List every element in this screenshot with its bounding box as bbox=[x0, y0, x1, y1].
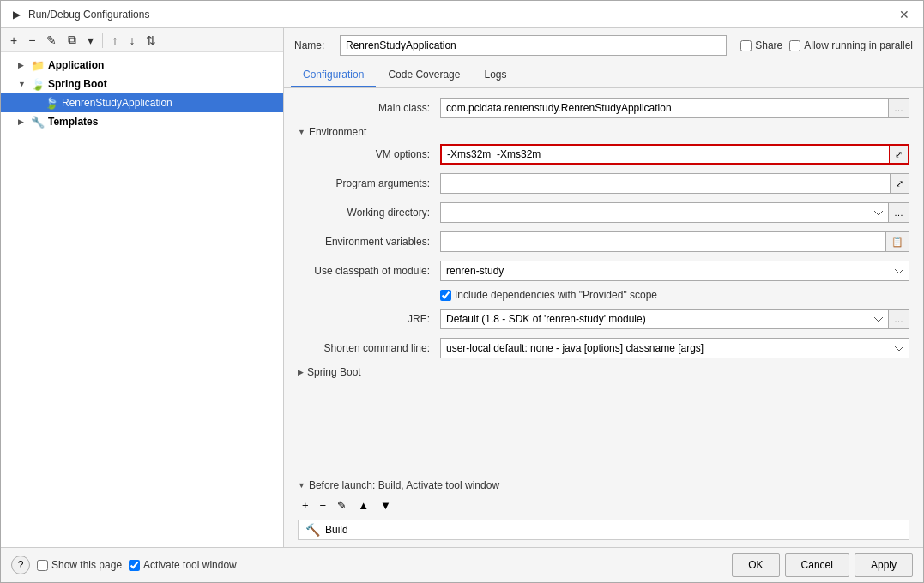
footer: ? Show this page Activate tool window OK… bbox=[1, 547, 923, 582]
main-class-label: Main class: bbox=[298, 102, 435, 114]
main-class-row: Main class: … bbox=[298, 97, 909, 119]
vm-options-expand-btn[interactable]: ⤢ bbox=[889, 144, 909, 165]
env-vars-input[interactable] bbox=[440, 231, 885, 252]
name-input[interactable] bbox=[340, 35, 727, 56]
classpath-group: renren-study bbox=[440, 261, 909, 281]
arrow-application: ▶ bbox=[18, 61, 28, 69]
close-button[interactable]: ✕ bbox=[894, 6, 915, 23]
include-dep-checkbox[interactable] bbox=[440, 290, 451, 301]
left-toolbar: + − ✎ ⧉ ▾ ↑ ↓ ⇅ bbox=[1, 28, 283, 52]
env-vars-group: 📋 bbox=[440, 231, 909, 252]
springboot-icon: 🍃 bbox=[31, 77, 45, 91]
footer-left: ? Show this page Activate tool window bbox=[11, 556, 237, 574]
ok-button[interactable]: OK bbox=[732, 553, 779, 577]
tree-item-renrenapp[interactable]: 🍃 RenrenStudyApplication bbox=[1, 93, 283, 112]
launch-movedown-btn[interactable]: ▼ bbox=[376, 496, 396, 514]
activate-tool-text: Activate tool window bbox=[143, 559, 237, 571]
activate-tool-label[interactable]: Activate tool window bbox=[129, 559, 237, 571]
main-content: + − ✎ ⧉ ▾ ↑ ↓ ⇅ ▶ 📁 Application bbox=[1, 28, 923, 547]
templates-label: Templates bbox=[48, 116, 98, 128]
tree-item-templates[interactable]: ▶ 🔧 Templates bbox=[1, 112, 283, 131]
springboot-label: Spring Boot bbox=[48, 78, 107, 90]
help-button[interactable]: ? bbox=[11, 556, 30, 574]
title-bar: ▶ Run/Debug Configurations ✕ bbox=[1, 1, 923, 28]
tree-item-springboot[interactable]: ▼ 🍃 Spring Boot bbox=[1, 75, 283, 93]
classpath-row: Use classpath of module: renren-study bbox=[298, 260, 909, 282]
allow-parallel-text: Allow running in parallel bbox=[804, 39, 913, 51]
springboot-arrow: ▶ bbox=[298, 368, 304, 376]
working-dir-select[interactable] bbox=[440, 202, 888, 223]
edit-config-button[interactable]: ✎ bbox=[42, 31, 61, 50]
before-launch-header: ▼ Before launch: Build, Activate tool wi… bbox=[298, 479, 909, 491]
show-page-label[interactable]: Show this page bbox=[37, 559, 122, 571]
allow-parallel-checkbox[interactable] bbox=[789, 40, 800, 51]
move-down-button[interactable]: ↓ bbox=[124, 31, 139, 50]
apply-button[interactable]: Apply bbox=[855, 553, 913, 577]
move-up-button[interactable]: ↑ bbox=[107, 31, 122, 50]
remove-config-button[interactable]: − bbox=[24, 31, 39, 50]
include-dep-label[interactable]: Include dependencies with "Provided" sco… bbox=[440, 289, 657, 301]
name-label: Name: bbox=[294, 39, 333, 51]
launch-edit-btn[interactable]: ✎ bbox=[333, 496, 351, 514]
env-vars-btn[interactable]: 📋 bbox=[885, 231, 909, 252]
env-section-header[interactable]: ▼ Environment bbox=[298, 126, 909, 138]
allow-parallel-label[interactable]: Allow running in parallel bbox=[789, 39, 913, 51]
working-dir-row: Working directory: … bbox=[298, 201, 909, 224]
templates-icon: 🔧 bbox=[31, 115, 45, 129]
renrenapp-label: RenrenStudyApplication bbox=[62, 97, 172, 109]
vm-options-label: VM options: bbox=[298, 148, 435, 160]
drop-config-button[interactable]: ▾ bbox=[83, 31, 98, 50]
include-dep-text: Include dependencies with "Provided" sco… bbox=[455, 289, 657, 301]
build-item: 🔨 Build bbox=[298, 520, 909, 540]
env-title: Environment bbox=[309, 126, 366, 138]
working-dir-btn[interactable]: … bbox=[888, 202, 909, 223]
footer-checkboxes: Show this page Activate tool window bbox=[37, 559, 237, 571]
activate-tool-checkbox[interactable] bbox=[129, 560, 140, 571]
program-args-expand-btn[interactable]: ⤢ bbox=[890, 173, 909, 194]
tab-configuration[interactable]: Configuration bbox=[291, 63, 376, 87]
form-area: Main class: … ▼ Environment bbox=[284, 88, 923, 472]
show-page-checkbox[interactable] bbox=[37, 560, 48, 571]
classpath-select[interactable]: renren-study bbox=[440, 261, 909, 281]
launch-add-btn[interactable]: + bbox=[298, 496, 313, 514]
share-checkbox-label[interactable]: Share bbox=[740, 39, 782, 51]
main-class-btn[interactable]: … bbox=[888, 98, 909, 118]
share-label: Share bbox=[755, 39, 782, 51]
cancel-button[interactable]: Cancel bbox=[785, 553, 849, 577]
shorten-cmd-row: Shorten command line: user-local default… bbox=[298, 337, 909, 359]
footer-right: OK Cancel Apply bbox=[732, 553, 913, 577]
working-dir-group: … bbox=[440, 202, 909, 223]
arrow-springboot: ▼ bbox=[18, 80, 28, 88]
working-dir-label: Working directory: bbox=[298, 207, 435, 219]
jre-group: Default (1.8 - SDK of 'renren-study' mod… bbox=[440, 309, 909, 329]
arrow-templates: ▶ bbox=[18, 117, 28, 126]
shorten-cmd-select[interactable]: user-local default: none - java [options… bbox=[440, 338, 909, 358]
tab-logs[interactable]: Logs bbox=[472, 63, 518, 87]
left-panel: + − ✎ ⧉ ▾ ↑ ↓ ⇅ ▶ 📁 Application bbox=[1, 28, 284, 547]
renrenapp-icon: 🍃 bbox=[45, 96, 58, 110]
jre-select[interactable]: Default (1.8 - SDK of 'renren-study' mod… bbox=[440, 309, 888, 329]
title-bar-left: ▶ Run/Debug Configurations bbox=[9, 8, 149, 21]
sort-button[interactable]: ⇅ bbox=[142, 31, 160, 50]
right-panel: Name: Share Allow running in parallel bbox=[284, 28, 923, 547]
vm-options-group: ⤢ bbox=[440, 144, 909, 165]
tab-codecoverage[interactable]: Code Coverage bbox=[376, 63, 472, 87]
add-config-button[interactable]: + bbox=[6, 31, 21, 50]
tree-item-application[interactable]: ▶ 📁 Application bbox=[1, 56, 283, 75]
run-debug-dialog: ▶ Run/Debug Configurations ✕ + − ✎ ⧉ ▾ ↑… bbox=[0, 0, 924, 583]
launch-arrow: ▼ bbox=[298, 481, 305, 490]
shorten-cmd-label: Shorten command line: bbox=[298, 342, 435, 354]
main-class-input[interactable] bbox=[440, 98, 888, 118]
name-row: Name: Share Allow running in parallel bbox=[284, 28, 923, 63]
program-args-input[interactable] bbox=[440, 173, 890, 194]
share-checkbox[interactable] bbox=[740, 40, 752, 51]
copy-config-button[interactable]: ⧉ bbox=[63, 30, 81, 50]
build-icon: 🔨 bbox=[305, 523, 320, 537]
run-icon: ▶ bbox=[9, 8, 23, 21]
show-page-text: Show this page bbox=[51, 559, 122, 571]
launch-remove-btn[interactable]: − bbox=[316, 496, 331, 514]
vm-options-input[interactable] bbox=[440, 144, 889, 165]
springboot-section-header[interactable]: ▶ Spring Boot bbox=[298, 366, 909, 378]
launch-moveup-btn[interactable]: ▲ bbox=[353, 496, 373, 514]
jre-btn[interactable]: … bbox=[888, 309, 909, 329]
